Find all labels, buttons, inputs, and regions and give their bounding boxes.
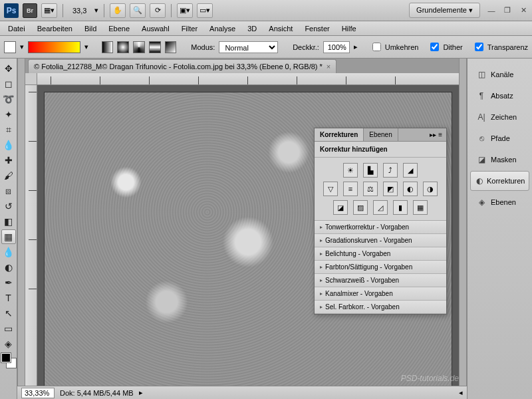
menu-select[interactable]: Auswahl	[136, 23, 175, 35]
threshold-icon[interactable]: ◿	[373, 200, 388, 215]
type-tool[interactable]: T	[1, 291, 16, 305]
menu-filter[interactable]: Filter	[176, 23, 203, 35]
angle-gradient-button[interactable]	[133, 41, 145, 53]
linear-gradient-button[interactable]	[102, 41, 114, 53]
levels-icon[interactable]: ▙	[363, 163, 378, 178]
workspace-switcher[interactable]: Grundelemente ▾	[409, 3, 480, 18]
brightness-contrast-icon[interactable]: ☀	[343, 163, 358, 178]
zoom-level-display[interactable]: 33,3	[68, 7, 90, 15]
selective-color-icon[interactable]: ▦	[413, 200, 428, 215]
stamp-tool[interactable]: ⧇	[1, 184, 16, 198]
curves-icon[interactable]: ⤴	[383, 163, 398, 178]
photo-filter-icon[interactable]: ◐	[403, 182, 418, 196]
preset-item[interactable]: Tonwertkorrektur - Vorgaben	[315, 221, 446, 234]
layers-tab[interactable]: Ebenen	[364, 128, 398, 141]
eraser-tool[interactable]: ◧	[1, 214, 16, 229]
3d-tool[interactable]: ◈	[1, 336, 16, 351]
radial-gradient-button[interactable]	[117, 41, 129, 53]
panel-tab-kanäle[interactable]: ◫Kanäle	[470, 65, 529, 84]
menu-file[interactable]: Datei	[3, 23, 31, 35]
black-white-icon[interactable]: ◩	[383, 182, 398, 196]
close-button[interactable]: ✕	[519, 6, 528, 15]
view-extras-button[interactable]: ▦▾	[41, 3, 57, 18]
history-brush-tool[interactable]: ↺	[1, 199, 16, 213]
move-tool[interactable]: ✥	[1, 61, 16, 76]
opacity-input[interactable]	[323, 41, 350, 53]
quick-select-tool[interactable]: ✦	[1, 107, 16, 122]
panel-tab-korrekturen[interactable]: ◐Korrekturen	[470, 171, 529, 191]
blur-tool[interactable]: 💧	[1, 245, 16, 259]
bridge-icon[interactable]: Br	[23, 3, 37, 18]
menu-analysis[interactable]: Analyse	[204, 23, 241, 35]
document-tab[interactable]: © Fotolia_212788_M© Dragan Trifunovic - …	[28, 59, 336, 73]
blend-mode-select[interactable]: Normal	[219, 41, 278, 53]
gradient-map-icon[interactable]: ▮	[393, 200, 408, 215]
panel-tab-zeichen[interactable]: A|Zeichen	[470, 107, 529, 127]
status-info-arrow-icon[interactable]: ▸	[139, 388, 143, 397]
adjustments-tab[interactable]: Korrekturen	[315, 128, 364, 141]
toolbox-collapse-strip[interactable]	[17, 59, 25, 399]
hand-tool-button[interactable]: ✋	[110, 3, 126, 18]
ruler-origin[interactable]	[25, 73, 37, 85]
preset-item[interactable]: Belichtung - Vorgaben	[315, 247, 446, 261]
scroll-left-icon[interactable]: ◂	[459, 388, 463, 397]
diamond-gradient-button[interactable]	[165, 41, 177, 53]
panel-menu-icon[interactable]: ▸▸ ≡	[426, 128, 446, 141]
vertical-ruler[interactable]	[25, 85, 37, 399]
status-zoom-input[interactable]	[21, 388, 55, 398]
posterize-icon[interactable]: ▨	[353, 200, 368, 215]
panel-tab-ebenen[interactable]: ◈Ebenen	[470, 192, 529, 212]
vibrance-icon[interactable]: ▽	[323, 182, 338, 196]
pen-tool[interactable]: ✒	[1, 275, 16, 290]
foreground-color-swatch[interactable]	[1, 353, 11, 362]
reverse-checkbox[interactable]	[372, 43, 381, 51]
exposure-icon[interactable]: ◢	[403, 163, 418, 178]
hue-saturation-icon[interactable]: ≡	[343, 182, 358, 196]
tool-preset-picker[interactable]	[4, 41, 16, 53]
menu-window[interactable]: Fenster	[299, 23, 334, 35]
dodge-tool[interactable]: ◐	[1, 260, 16, 275]
menu-layer[interactable]: Ebene	[103, 23, 135, 35]
preset-item[interactable]: Gradationskurven - Vorgaben	[315, 234, 446, 247]
minimize-button[interactable]: —	[487, 6, 496, 15]
menu-help[interactable]: Hilfe	[336, 23, 362, 35]
lasso-tool[interactable]: ➰	[1, 92, 16, 106]
gradient-tool[interactable]: ▦	[1, 229, 16, 244]
panel-tab-pfade[interactable]: ⎋Pfade	[470, 128, 529, 148]
reflected-gradient-button[interactable]	[149, 41, 161, 53]
restore-button[interactable]: ❐	[503, 6, 512, 15]
menu-view[interactable]: Ansicht	[263, 23, 298, 35]
preset-item[interactable]: Farbton/Sättigung - Vorgaben	[315, 261, 446, 274]
menu-edit[interactable]: Bearbeiten	[32, 23, 78, 35]
dither-checkbox[interactable]	[430, 43, 439, 51]
screen-mode-button[interactable]: ▭▾	[197, 3, 213, 18]
transparency-checkbox[interactable]	[475, 43, 483, 51]
eyedropper-tool[interactable]: 💧	[1, 138, 16, 152]
preset-item[interactable]: Sel. Farbkorr. - Vorgaben	[315, 301, 446, 314]
color-swatches[interactable]	[1, 353, 16, 368]
panel-tab-absatz[interactable]: ¶Absatz	[470, 86, 529, 106]
panel-tab-masken[interactable]: ◪Masken	[470, 150, 529, 170]
healing-tool[interactable]: ✚	[1, 153, 16, 168]
color-balance-icon[interactable]: ⚖	[363, 182, 378, 196]
panel-label: Kanäle	[491, 70, 513, 78]
rotate-view-button[interactable]: ⟳	[150, 3, 166, 18]
panels-collapse-strip[interactable]	[459, 59, 467, 399]
panel-icon: ◐	[476, 176, 483, 186]
shape-tool[interactable]: ▭	[1, 321, 16, 336]
channel-mixer-icon[interactable]: ◑	[423, 182, 438, 196]
brush-tool[interactable]: 🖌	[1, 168, 16, 183]
menu-image[interactable]: Bild	[79, 23, 102, 35]
document-tab-close-icon[interactable]: ×	[327, 63, 331, 70]
menu-3d[interactable]: 3D	[242, 23, 262, 35]
gradient-picker[interactable]	[28, 41, 80, 53]
zoom-tool-button[interactable]: 🔍	[130, 3, 146, 18]
arrange-documents-button[interactable]: ▣▾	[177, 3, 193, 18]
horizontal-ruler[interactable]: 02468101214	[37, 73, 459, 85]
preset-item[interactable]: Kanalmixer - Vorgaben	[315, 287, 446, 301]
path-select-tool[interactable]: ↖	[1, 306, 16, 321]
crop-tool[interactable]: ⌗	[1, 122, 16, 137]
marquee-tool[interactable]: ◻	[1, 76, 16, 91]
preset-item[interactable]: Schwarzweiß - Vorgaben	[315, 274, 446, 287]
invert-icon[interactable]: ◪	[333, 200, 348, 215]
